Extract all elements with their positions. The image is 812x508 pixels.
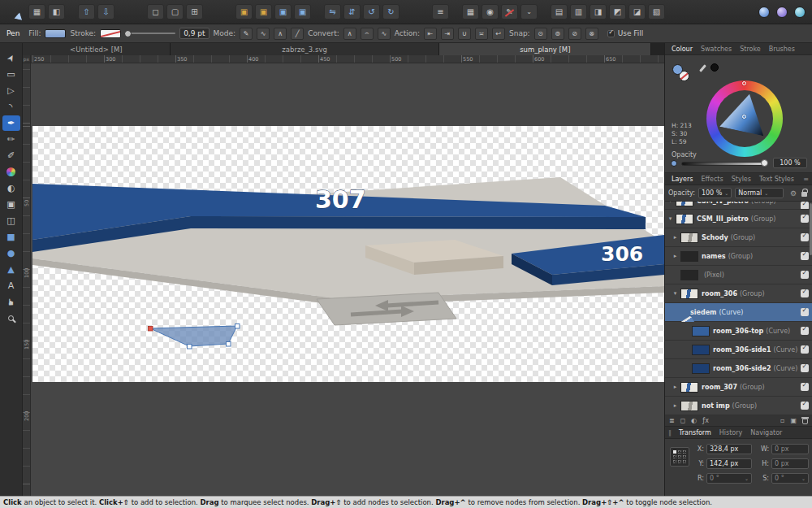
opacity-slider[interactable] [681,162,766,166]
anchor-point-selector[interactable] [670,447,689,467]
colour-wheel[interactable] [706,80,783,157]
tab-sum-plany[interactable]: sum_plany [M] [439,43,651,55]
convert-smart-button[interactable]: ∿ [378,28,391,40]
flip-horizontal-button[interactable]: ⇋ [324,4,341,20]
layer-row-room-307[interactable]: room_307 (Group) [665,378,812,397]
swatch-button[interactable] [794,7,806,18]
move-backward-button[interactable]: ▣ [274,4,292,20]
studio-split-left-button[interactable]: ◩ [609,4,626,20]
selected-curve-siedem[interactable] [150,326,237,346]
crop-tool-button[interactable]: ▣ [2,197,20,212]
stroke-width-slider[interactable] [125,33,175,34]
zoom-tool-button[interactable] [2,310,20,326]
text-tool-button[interactable]: A [2,278,20,293]
colour-selector-dot[interactable] [742,115,746,119]
gear-icon[interactable]: ⚙ [790,189,797,198]
move-to-back-button[interactable]: ▣ [294,4,311,20]
layer-visibility-checkbox[interactable] [801,271,809,279]
layer-visibility-checkbox[interactable] [801,327,809,335]
action-reverse-button[interactable]: ↩ [492,28,505,40]
snap-to-geometry-button[interactable]: ⊙ [534,28,547,40]
studio-split-corner-button[interactable]: ◪ [628,4,646,20]
flip-vertical-button[interactable]: ⇵ [343,4,361,20]
pencil-tool-button[interactable]: ✏ [2,132,20,147]
lock-icon[interactable] [801,192,807,197]
convert-sharp-button[interactable]: ∧ [343,28,356,40]
colour-wheel-button[interactable] [758,7,770,18]
layer-row-room-306-top[interactable]: room_306-top (Curve) [665,322,812,341]
disclosure-icon[interactable] [672,253,679,259]
document-canvas[interactable]: 307 306 [32,126,664,382]
snapping-options-button[interactable]: ⌄ [520,4,538,20]
vertical-ruler[interactable]: 50 100 150 200 [23,63,31,496]
opacity-slider-handle[interactable] [761,159,768,167]
disclosure-icon[interactable] [672,290,679,297]
studio-hatch-button[interactable]: ▧ [648,4,665,20]
new-pixel-layer-icon[interactable]: ▫ [780,418,784,424]
new-layer-icon[interactable]: ▣ [790,418,797,424]
x-input[interactable]: 328,4 px [706,444,752,454]
tab-swatches[interactable]: Swatches [698,46,735,53]
width-input[interactable]: 0 px [771,444,809,454]
mask-layer-icon[interactable]: ◻ [680,418,686,424]
layer-visibility-checkbox[interactable] [801,364,809,372]
layer-row-names[interactable]: names (Group) [665,247,812,266]
fill-swatch[interactable] [45,29,66,38]
edit-selection-button[interactable]: ◻ [147,4,164,20]
use-fill-checkbox[interactable]: Use Fill [607,29,644,37]
fill-colour-indicator[interactable] [672,64,683,75]
brush-tool-button[interactable]: ✐ [2,148,20,163]
delete-layer-icon[interactable] [802,419,808,424]
fill-tool-button[interactable] [2,164,20,180]
gradient-button[interactable] [776,7,788,18]
transform-mode-button[interactable]: ⊞ [186,4,203,20]
layer-visibility-checkbox[interactable] [801,308,809,316]
snap-construct-button[interactable]: ⊗ [585,28,598,40]
move-forward-button[interactable]: ▣ [255,4,272,20]
studio-panel-left-button[interactable]: ▤ [551,4,568,20]
layer-visibility-checkbox[interactable] [801,345,809,354]
corner-tool-button[interactable]: ◝ [2,99,20,115]
view-tool-button[interactable]: ☛ [2,294,20,310]
eyedropper-icon[interactable] [699,64,706,72]
height-input[interactable]: 0 px [771,458,809,469]
layer-visibility-checkbox[interactable] [801,252,809,260]
blend-mode-dropdown[interactable]: Normal⌄ [735,188,784,198]
path-node[interactable] [188,345,192,350]
move-to-front-button[interactable]: ▣ [235,4,253,20]
tab-styles[interactable]: Styles [728,176,754,183]
tab-untitled[interactable]: <Untitled> [M] [23,43,171,55]
layer-row-pixel[interactable]: (Pixel) [665,266,812,284]
horizontal-ruler[interactable]: 250 300 350 400 450 500 550 600 650 [23,55,664,63]
triangle-tool-button[interactable]: ▲ [2,262,20,277]
vector-crop-tool-button[interactable]: ◫ [2,213,20,228]
panel-menu-icon[interactable]: ≡ [803,176,809,183]
tab-stroke[interactable]: Stroke [736,46,764,53]
snapping-off-button[interactable]: ✎ [501,4,518,20]
layer-effects-icon[interactable] [702,418,709,424]
stroke-width-value[interactable]: 0,9 pt [179,28,209,39]
pen-mode-smart-button[interactable]: ∿ [257,28,270,40]
layers-stack-icon[interactable]: ≣ [669,418,675,424]
layer-row-schody[interactable]: Schody (Group) [665,228,812,247]
show-grid-button[interactable]: ▦ [462,4,479,20]
disclosure-icon[interactable] [672,234,679,241]
opacity-value-field[interactable]: 100 % [773,158,807,168]
export-area-button[interactable]: ⇩ [97,4,114,20]
layer-row-siedem[interactable]: siedem (Curve) [665,303,812,322]
layer-visibility-checkbox[interactable] [801,289,809,297]
disclosure-icon[interactable] [672,402,679,409]
pen-mode-polygon-button[interactable]: ∧ [274,28,287,40]
disclosure-icon[interactable] [667,202,674,204]
layer-visibility-checkbox[interactable] [801,383,809,391]
rotate-cw-button[interactable]: ↻ [382,4,400,20]
layer-row-room-306[interactable]: room_306 (Group) [665,284,812,303]
transparency-tool-button[interactable]: ◐ [2,180,20,196]
move-tool-button[interactable]: ➤ [2,50,20,66]
studio-panel-right-button[interactable]: ▥ [570,4,587,20]
tab-effects[interactable]: Effects [698,176,726,183]
layer-opacity-dropdown[interactable]: 100 %⌄ [698,188,732,198]
layer-row-csm-iii-pietro[interactable]: CSM_III_pietro (Group) [665,210,812,228]
ruler-unit-label[interactable]: px [23,55,31,63]
rotate-ccw-button[interactable]: ↺ [363,4,380,20]
